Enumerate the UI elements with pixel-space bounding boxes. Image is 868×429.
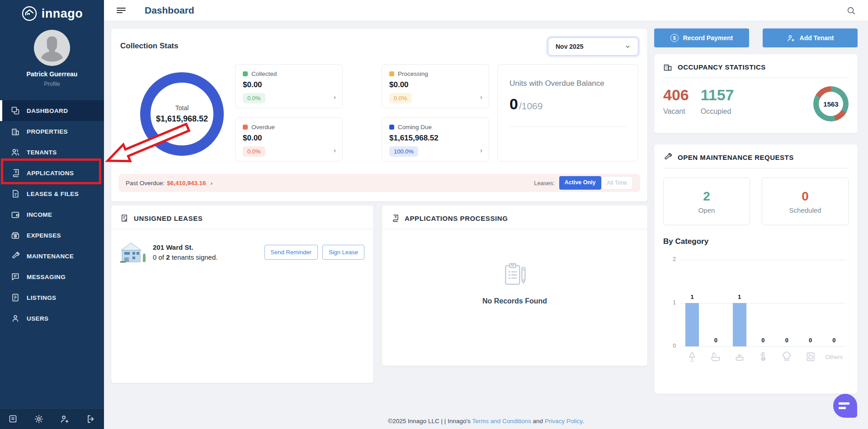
occupancy-donut-chart: 1563 bbox=[813, 86, 849, 121]
sidebar-item-label: DASHBOARD bbox=[27, 107, 68, 114]
chevron-right-icon[interactable]: › bbox=[334, 146, 336, 154]
lease-signed-status: 0 of 2 tenants signed. bbox=[153, 253, 217, 261]
record-payment-button[interactable]: $ Record Payment bbox=[654, 28, 749, 47]
sidebar-item-listings[interactable]: LISTINGS bbox=[0, 287, 104, 308]
metric-label: Coming Due bbox=[398, 124, 432, 131]
metric-label: Overdue bbox=[251, 124, 275, 131]
vacant-count: 406 bbox=[663, 86, 689, 104]
period-dropdown[interactable]: Nov 2025 bbox=[548, 37, 638, 56]
settings-gear-icon[interactable] bbox=[34, 414, 44, 424]
sidebar-bottom-bar bbox=[0, 408, 104, 429]
sidebar-item-label: USERS bbox=[27, 315, 49, 322]
wrench-icon bbox=[11, 252, 20, 261]
copyright-text: ©2025 Innago LLC | | Innago's bbox=[388, 418, 472, 424]
units-overdue-value: 0 bbox=[509, 95, 518, 113]
metric-label: Collected bbox=[251, 70, 277, 77]
sidebar-item-dashboard[interactable]: DASHBOARD bbox=[0, 100, 104, 121]
chat-icon bbox=[11, 272, 20, 281]
units-overdue-total: /1069 bbox=[519, 101, 543, 112]
applications-processing-title: APPLICATIONS PROCESSING bbox=[405, 214, 508, 222]
past-overdue-strip: Past Overdue: $6,410,943.16 › Leases: Ac… bbox=[118, 174, 640, 192]
innago-logo[interactable]: innago bbox=[0, 0, 104, 22]
bathtub-icon bbox=[704, 351, 727, 363]
scheduled-label: Scheduled bbox=[789, 206, 821, 214]
sidebar-item-income[interactable]: INCOME bbox=[0, 204, 104, 225]
sidebar-item-applications[interactable]: APPLICATIONS bbox=[0, 163, 104, 183]
chevron-right-icon[interactable]: › bbox=[334, 93, 336, 101]
applications-processing-card: APPLICATIONS PROCESSING No Records Found bbox=[382, 205, 647, 366]
vacant-label: Vacant bbox=[663, 107, 689, 116]
profile-link[interactable]: Profile bbox=[44, 81, 60, 87]
sidebar-item-maintenance[interactable]: MAINTENANCE bbox=[0, 246, 104, 266]
chevron-right-icon[interactable]: › bbox=[480, 93, 482, 101]
units-overdue-label: Units with Overdue Balance bbox=[509, 79, 626, 88]
sidebar-item-label: LISTINGS bbox=[27, 294, 56, 301]
person-icon bbox=[11, 314, 20, 323]
logout-icon[interactable] bbox=[86, 414, 96, 424]
maintenance-requests-card: OPEN MAINTENANCE REQUESTS 2 Open 0 Sched… bbox=[654, 145, 858, 394]
scheduled-count: 0 bbox=[802, 189, 809, 204]
open-count: 2 bbox=[703, 189, 710, 204]
sidebar-item-tenants[interactable]: TENANTS bbox=[0, 142, 104, 163]
forms-icon[interactable] bbox=[8, 414, 18, 424]
active-only-toggle[interactable]: Active Only bbox=[559, 176, 601, 190]
privacy-link[interactable]: Privacy Policy bbox=[545, 418, 582, 424]
menu-toggle-icon[interactable] bbox=[116, 5, 127, 16]
sidebar-item-properties[interactable]: PROPERTIES bbox=[0, 121, 104, 142]
collected-metric-card[interactable]: Collected $0.00 0.0% › bbox=[235, 64, 343, 108]
file-icon bbox=[11, 189, 20, 198]
scheduled-requests-box[interactable]: 0 Scheduled bbox=[762, 177, 849, 225]
send-reminder-button[interactable]: Send Reminder bbox=[264, 245, 318, 260]
bar-column: 0 bbox=[751, 260, 775, 346]
search-icon[interactable] bbox=[846, 5, 856, 16]
add-tenant-label: Add Tenant bbox=[800, 34, 834, 42]
bar-column: 1 bbox=[680, 260, 704, 346]
lease-property-name: 201 Ward St. bbox=[153, 243, 217, 251]
leases-filter-label: Leases: bbox=[534, 180, 555, 187]
others-category-label: Others bbox=[825, 354, 843, 360]
sidebar-item-expenses[interactable]: EXPENSES bbox=[0, 225, 104, 246]
chat-icon bbox=[839, 407, 846, 409]
chef-hat-icon bbox=[775, 351, 798, 363]
terms-link[interactable]: Terms and Conditions bbox=[472, 418, 531, 424]
add-tenant-button[interactable]: Add Tenant bbox=[763, 28, 858, 47]
sidebar-item-label: EXPENSES bbox=[27, 232, 61, 239]
sidebar-item-messaging[interactable]: MESSAGING bbox=[0, 266, 104, 287]
unsigned-leases-card: UNSIGNED LEASES 201 Ward St. 0 of 2 tena… bbox=[111, 205, 373, 383]
sidebar-item-label: TENANTS bbox=[27, 149, 57, 156]
page-title: Dashboard bbox=[145, 5, 194, 16]
sidebar-item-users[interactable]: USERS bbox=[0, 308, 104, 329]
heater-vent-icon bbox=[728, 351, 751, 363]
add-user-icon[interactable] bbox=[60, 414, 70, 424]
house-illustration bbox=[120, 241, 146, 263]
avatar[interactable] bbox=[34, 30, 70, 66]
sidebar-item-leases-files[interactable]: LEASES & FILES bbox=[0, 183, 104, 204]
open-label: Open bbox=[698, 206, 715, 214]
metric-label: Processing bbox=[398, 70, 428, 77]
sidebar-item-label: PROPERTIES bbox=[27, 128, 68, 135]
chevron-right-icon[interactable]: › bbox=[211, 180, 212, 187]
lamp-icon bbox=[680, 351, 704, 363]
chevron-right-icon[interactable]: › bbox=[480, 146, 482, 154]
all-time-toggle[interactable]: All Time bbox=[601, 176, 633, 190]
sidebar-nav: DASHBOARD PROPERTIES TENANTS APPLICATION… bbox=[0, 100, 104, 329]
wallet-dollar-icon bbox=[11, 231, 20, 240]
building-stats-icon bbox=[663, 62, 672, 71]
chat-icon bbox=[839, 402, 849, 405]
add-person-icon bbox=[787, 34, 795, 42]
by-category-bar-chart: 2 1 0 1 0 1 0 0 0 0 Others bbox=[663, 253, 849, 366]
list-page-icon bbox=[11, 293, 20, 302]
metric-value: $1,615,968.52 bbox=[389, 134, 481, 143]
chat-launcher-button[interactable] bbox=[833, 394, 857, 418]
logo-text: innago bbox=[42, 7, 83, 21]
chevron-down-icon bbox=[625, 44, 631, 50]
overdue-metric-card[interactable]: Overdue $0.00 0.0% › bbox=[235, 117, 343, 162]
sign-lease-button[interactable]: Sign Lease bbox=[322, 245, 364, 260]
occupancy-title: OCCUPANCY STATISTICS bbox=[678, 63, 766, 71]
sidebar-item-label: INCOME bbox=[27, 211, 52, 218]
coming-due-metric-card[interactable]: Coming Due $1,615,968.52 100.0% › bbox=[382, 117, 489, 162]
metric-percent-badge: 0.0% bbox=[243, 93, 265, 103]
open-requests-box[interactable]: 2 Open bbox=[663, 177, 750, 225]
processing-metric-card[interactable]: Processing $0.00 0.0% › bbox=[382, 64, 489, 108]
collection-total-donut: Total $1,615,968.52 bbox=[140, 72, 224, 156]
